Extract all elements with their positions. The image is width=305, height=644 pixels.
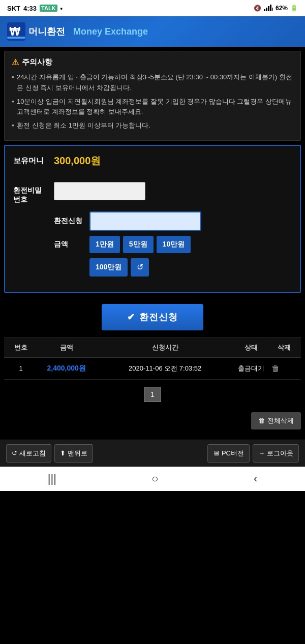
status-bar-right: 🔇 LTE 62% 🔋: [254, 4, 298, 13]
cell-delete-1: 🗑: [271, 364, 297, 373]
reset-button[interactable]: ↺: [131, 258, 149, 277]
toolbar-right: 🖥 PC버전 → 로그아웃: [207, 444, 299, 463]
exchange-form-section: 보유머니 300,000원 환전비밀 번호 환전신청 금액 1만원 5만원 10…: [4, 145, 301, 293]
svg-rect-0: [264, 9, 265, 11]
battery-icon: 🔋: [290, 5, 298, 12]
pc-version-button[interactable]: 🖥 PC버전: [207, 444, 250, 463]
logout-button[interactable]: → 로그아웃: [253, 444, 299, 463]
notice-item-3: 환전 신청은 최소 1만원 이상부터 가능합니다.: [12, 120, 293, 131]
svg-rect-2: [268, 6, 269, 11]
col-header-id: 번호: [8, 343, 34, 352]
top-icon: ⬆: [60, 449, 66, 457]
delete-all-row: 🗑 전체삭제: [0, 409, 305, 436]
nav-home-icon: ○: [151, 472, 158, 485]
dot-icon: •: [60, 5, 63, 12]
svg-text:LTE: LTE: [272, 7, 273, 11]
amount-btn-5man[interactable]: 5만원: [123, 236, 154, 253]
top-label: 맨위로: [68, 449, 87, 458]
request-label: 환전신청: [54, 217, 84, 226]
refresh-label: 새로고침: [19, 449, 46, 458]
amount-buttons-group: 1만원 5만원 10만원: [89, 236, 191, 253]
notice-section: ⚠ 주의사항 24시간 자유롭게 입 · 출금이 가능하며 최장3~5분소요 (…: [4, 51, 301, 141]
nav-back-button[interactable]: ‹: [243, 468, 267, 489]
pc-icon: 🖥: [213, 449, 220, 457]
balance-row: 보유머니 300,000원: [13, 154, 292, 174]
exchange-history-table: 번호 금액 신청시간 상태 삭제 1 2,400,000원 2020-11-06…: [4, 338, 301, 380]
amount-btn-1man[interactable]: 1만원: [89, 236, 120, 253]
toolbar-left: ↺ 새로고침 ⬆ 맨위로: [6, 444, 93, 463]
logout-icon: →: [258, 449, 265, 457]
nav-back-icon: ‹: [254, 472, 257, 485]
submit-section: ✔ 환전신청: [0, 297, 305, 338]
password-input[interactable]: [54, 182, 145, 200]
battery-text: 62%: [276, 5, 288, 12]
col-header-time: 신청시간: [99, 343, 231, 352]
signal-icon: LTE: [264, 4, 273, 13]
status-bar-left: SKT 4:33 TALK •: [7, 5, 63, 12]
notice-item-1: 24시간 자유롭게 입 · 출금이 가능하며 최장3~5분소요 (단 23:30…: [12, 72, 293, 94]
submit-label: 환전신청: [139, 311, 178, 323]
delete-all-button[interactable]: 🗑 전체삭제: [251, 412, 301, 430]
balance-label: 보유머니: [13, 156, 54, 166]
mute-icon: 🔇: [254, 5, 261, 12]
delete-all-label: 전체삭제: [267, 416, 294, 425]
svg-rect-1: [266, 8, 267, 11]
refresh-icon: ↺: [12, 449, 17, 457]
col-header-status: 상태: [231, 343, 271, 352]
talk-icon: TALK: [40, 5, 57, 12]
nav-menu-button[interactable]: |||: [38, 468, 67, 489]
svg-rect-3: [270, 5, 271, 11]
nav-menu-icon: |||: [48, 472, 56, 485]
cell-amount-1: 2,400,000원: [34, 364, 99, 373]
col-header-amount: 금액: [34, 343, 99, 352]
app-header: ₩ 머니환전 Money Exchange: [0, 16, 305, 47]
submit-exchange-button[interactable]: ✔ 환전신청: [102, 304, 203, 330]
cell-status-1: 출금대기: [231, 364, 271, 373]
delete-row-1-icon: 🗑: [271, 364, 280, 373]
balance-value: 300,000원: [54, 154, 101, 168]
amount-btn-10man[interactable]: 10만원: [157, 236, 191, 253]
carrier-text: SKT: [7, 5, 20, 12]
svg-rect-7: [7, 37, 25, 39]
cell-id-1: 1: [8, 364, 34, 372]
warning-icon: ⚠: [12, 57, 19, 67]
logout-label: 로그아웃: [267, 449, 293, 458]
notice-item-2: 10분이상 입금이 지연될시회원님 계좌정보를 잘못 기입한 경우가 많습니다 …: [12, 97, 293, 118]
bottom-toolbar: ↺ 새로고침 ⬆ 맨위로 🖥 PC버전 → 로그아웃: [0, 440, 305, 467]
col-header-delete: 삭제: [271, 343, 297, 352]
pc-label: PC버전: [222, 449, 244, 458]
reset-icon: ↺: [137, 262, 143, 272]
refresh-button[interactable]: ↺ 새로고침: [6, 444, 51, 463]
password-field-row: 환전비밀 번호: [13, 182, 292, 204]
table-row: 1 2,400,000원 2020-11-06 오전 7:03:52 출금대기 …: [4, 358, 301, 380]
submit-icon: ✔: [127, 312, 135, 323]
delete-row-1-button[interactable]: 🗑: [271, 364, 280, 373]
nav-home-button[interactable]: ○: [141, 468, 168, 489]
logo-text-english: Money Exchange: [73, 26, 148, 37]
top-button[interactable]: ⬆ 맨위로: [54, 444, 93, 463]
logo-svg-icon: ₩: [7, 22, 25, 41]
pagination: 1: [0, 380, 305, 409]
table-header-row: 번호 금액 신청시간 상태 삭제: [4, 338, 301, 358]
amount-label: 금액: [54, 240, 84, 249]
cell-time-1: 2020-11-06 오전 7:03:52: [99, 364, 231, 373]
nav-bar: ||| ○ ‹: [0, 467, 305, 491]
page-1-button[interactable]: 1: [144, 387, 161, 402]
notice-title: ⚠ 주의사항: [12, 57, 293, 67]
time-text: 4:33: [23, 5, 37, 12]
app-logo: ₩ 머니환전: [7, 22, 65, 41]
status-bar: SKT 4:33 TALK • 🔇 LTE 62% 🔋: [0, 0, 305, 16]
logo-text-korean: 머니환전: [28, 25, 65, 38]
amount-btn-100man[interactable]: 100만원: [89, 258, 128, 277]
request-field-row: 환전신청 금액 1만원 5만원 10만원 100만원 ↺: [54, 211, 292, 277]
delete-all-icon: 🗑: [258, 417, 265, 424]
password-field-label: 환전비밀 번호: [13, 182, 54, 204]
request-amount-input[interactable]: [89, 211, 201, 231]
svg-text:₩: ₩: [9, 25, 21, 38]
